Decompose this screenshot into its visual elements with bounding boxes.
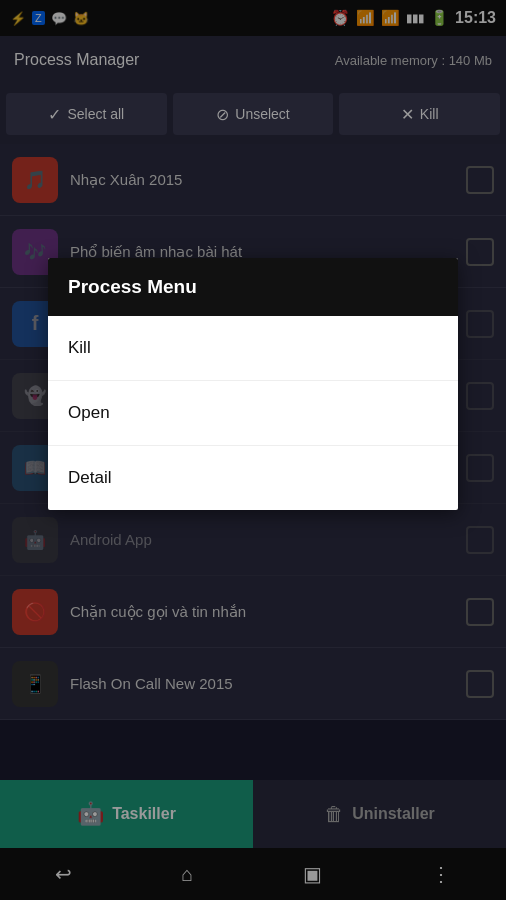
context-menu-detail[interactable]: Detail <box>48 446 458 510</box>
context-menu-kill[interactable]: Kill <box>48 316 458 381</box>
context-menu-title: Process Menu <box>48 258 458 316</box>
context-menu-open[interactable]: Open <box>48 381 458 446</box>
context-menu: Process Menu Kill Open Detail <box>48 258 458 510</box>
